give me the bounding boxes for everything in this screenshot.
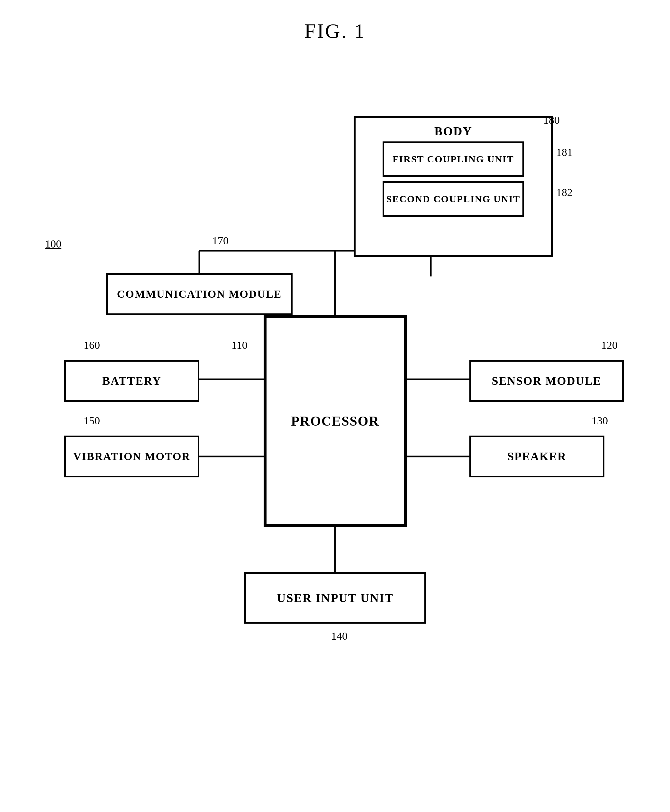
vibration-motor-number-label: 150 <box>84 414 100 427</box>
comm-module-number-label: 170 <box>212 235 228 247</box>
first-coupling-block: FIRST COUPLING UNIT <box>382 141 524 177</box>
fig-title: FIG. 1 <box>0 0 670 43</box>
second-coupling-block: SECOND COUPLING UNIT <box>382 181 524 217</box>
sensor-module-block: SENSOR MODULE <box>469 360 624 402</box>
comm-module-block: COMMUNICATION MODULE <box>106 273 293 315</box>
user-input-block: USER INPUT UNIT <box>244 572 426 624</box>
vibration-motor-block: VIBRATION MOTOR <box>64 436 199 477</box>
first-coupling-number-label: 181 <box>556 146 573 159</box>
battery-number-label: 160 <box>84 339 100 351</box>
processor-number-label: 110 <box>232 339 247 351</box>
speaker-block: SPEAKER <box>469 436 604 477</box>
processor-block: PROCESSOR <box>264 315 407 527</box>
body-number-label: 180 <box>543 114 560 126</box>
body-block: BODY FIRST COUPLING UNIT SECOND COUPLING… <box>354 116 553 257</box>
user-input-number-label: 140 <box>331 630 347 642</box>
second-coupling-number-label: 182 <box>556 186 573 199</box>
device-number-label: 100 <box>45 238 61 250</box>
body-label-text: BODY <box>434 124 472 138</box>
sensor-module-number-label: 120 <box>601 339 618 351</box>
speaker-number-label: 130 <box>592 414 608 427</box>
battery-block: BATTERY <box>64 360 199 402</box>
